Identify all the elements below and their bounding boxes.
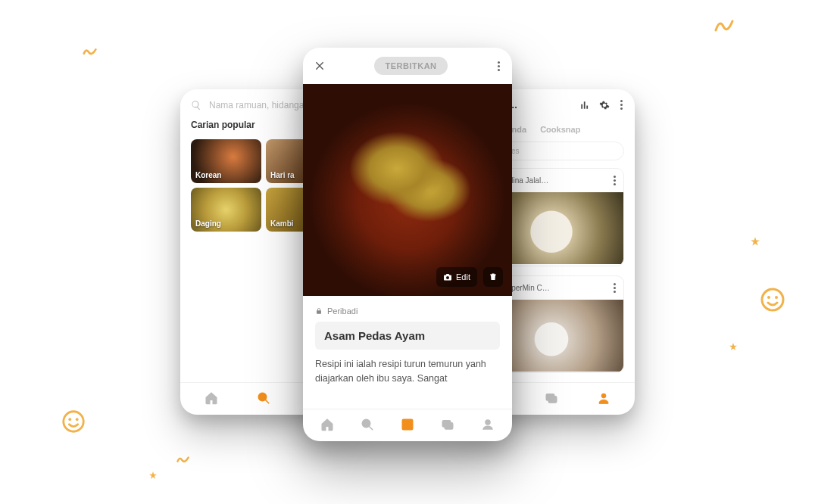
delete-photo-button[interactable] — [483, 267, 503, 287]
feed-more-icon[interactable] — [612, 174, 617, 187]
bottom-nav — [303, 409, 512, 441]
tile-daging[interactable]: Daging — [191, 188, 261, 232]
nav-home[interactable] — [204, 390, 219, 406]
search-icon — [191, 100, 201, 110]
more-icon[interactable] — [619, 98, 624, 111]
tile-korean[interactable]: Korean — [191, 139, 261, 183]
phone-editor: TERBITKAN Edit Peribadi Asam Pedas Ayam … — [303, 48, 512, 441]
svg-point-2 — [775, 296, 778, 299]
decoration-smiley — [759, 286, 786, 313]
svg-rect-15 — [445, 423, 453, 429]
svg-point-1 — [767, 296, 770, 299]
svg-point-4 — [68, 418, 71, 421]
tab-cooksnap[interactable]: Cooksnap — [540, 125, 580, 134]
gear-icon[interactable] — [599, 100, 610, 110]
recipe-title-input[interactable]: Asam Pedas Ayam — [315, 322, 500, 350]
nav-profile[interactable] — [480, 417, 495, 432]
feed-more-icon[interactable] — [612, 282, 617, 294]
stats-icon[interactable] — [579, 100, 590, 110]
svg-point-3 — [64, 412, 83, 431]
nav-home[interactable] — [320, 417, 335, 432]
decoration-star — [148, 469, 158, 478]
decoration-smiley — [61, 409, 86, 434]
nav-chat[interactable] — [544, 390, 559, 406]
decoration-star — [750, 236, 760, 247]
nav-create[interactable] — [400, 417, 415, 432]
camera-icon — [443, 272, 452, 282]
close-icon[interactable] — [314, 60, 326, 72]
svg-point-16 — [486, 420, 490, 425]
nav-search[interactable] — [360, 417, 375, 432]
nav-chat[interactable] — [440, 417, 455, 432]
svg-rect-10 — [548, 397, 557, 403]
edit-photo-button[interactable]: Edit — [436, 267, 477, 287]
decoration-star — [729, 341, 738, 350]
nav-search[interactable] — [256, 390, 271, 406]
trash-icon — [489, 272, 498, 282]
recipe-hero-image: Edit — [303, 84, 512, 296]
recipe-description[interactable]: Resipi ini ialah resipi turun temurun ya… — [303, 357, 512, 386]
more-icon[interactable] — [496, 60, 501, 73]
publish-button[interactable]: TERBITKAN — [374, 57, 447, 75]
decoration-squiggle — [82, 44, 98, 61]
search-placeholder: Nama ramuan, hidanga — [209, 100, 304, 110]
privacy-badge: Peribadi — [303, 296, 512, 322]
svg-point-11 — [601, 394, 606, 398]
decoration-squiggle — [712, 15, 735, 38]
nav-profile[interactable] — [596, 390, 611, 406]
svg-point-5 — [76, 418, 79, 421]
lock-icon — [315, 307, 323, 315]
svg-point-0 — [762, 289, 783, 310]
